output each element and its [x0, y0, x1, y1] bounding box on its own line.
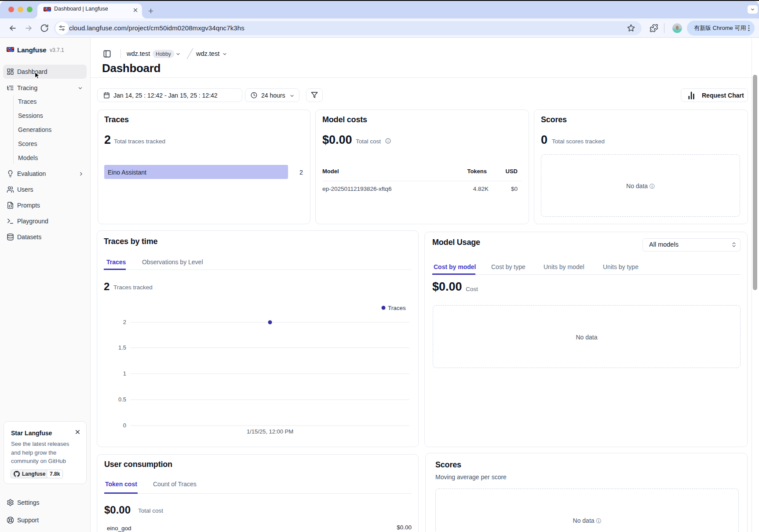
svg-text:1: 1: [123, 370, 126, 377]
svg-text:0: 0: [123, 422, 126, 429]
svg-text:0.5: 0.5: [118, 396, 126, 403]
svg-text:2: 2: [123, 319, 126, 325]
svg-text:Traces: Traces: [388, 305, 406, 311]
svg-text:1/15/25, 12:00 PM: 1/15/25, 12:00 PM: [247, 428, 293, 435]
svg-text:1.5: 1.5: [118, 344, 126, 351]
